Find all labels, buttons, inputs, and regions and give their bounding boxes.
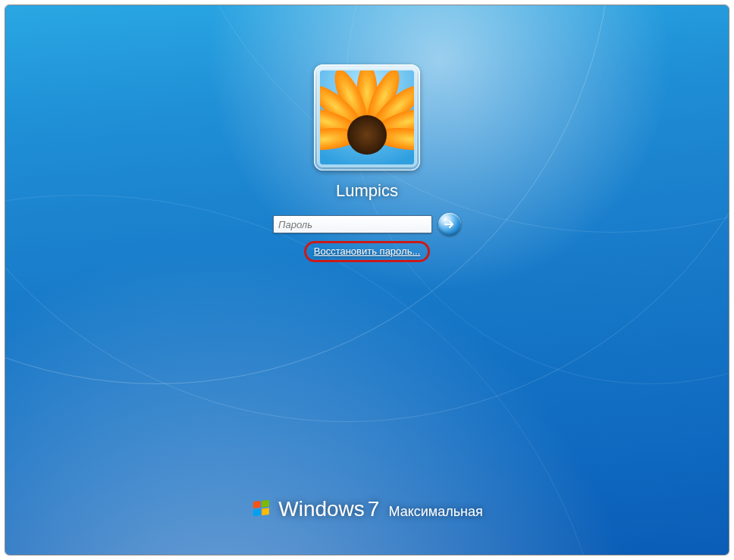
svg-rect-13 <box>253 508 261 516</box>
submit-button[interactable] <box>438 213 461 236</box>
flower-avatar-icon <box>320 70 414 164</box>
svg-rect-14 <box>262 508 269 515</box>
svg-rect-12 <box>262 500 269 508</box>
username-label: Lumpics <box>336 181 398 201</box>
password-input[interactable] <box>273 215 432 233</box>
brand-version: 7 <box>368 497 380 521</box>
password-row <box>273 213 461 236</box>
svg-point-10 <box>347 115 387 155</box>
arrow-right-icon <box>444 218 456 230</box>
brand-edition: Максимальная <box>388 504 482 520</box>
reset-password-highlight: Восстановить пароль... <box>304 241 431 262</box>
svg-rect-11 <box>253 501 261 508</box>
login-panel: Lumpics Восстановить пароль... <box>208 64 526 262</box>
branding: Windows 7 Максимальная <box>251 495 482 521</box>
windows-flag-icon <box>251 498 272 519</box>
reset-password-link[interactable]: Восстановить пароль... <box>314 246 421 257</box>
login-screen: Lumpics Восстановить пароль... <box>5 5 729 555</box>
brand-product: Windows <box>278 497 365 521</box>
user-avatar <box>314 64 420 171</box>
